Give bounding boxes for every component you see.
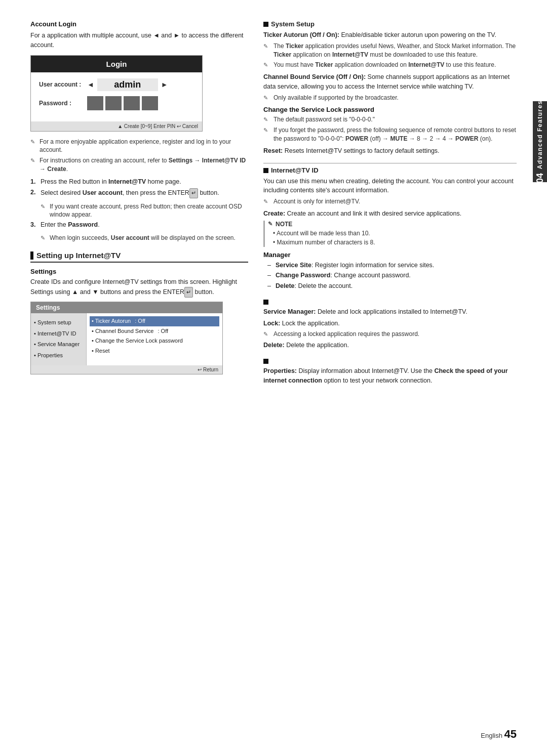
chapter-tab: Advanced Features 04 [533, 101, 547, 182]
step-3-subnote-icon: ✎ [41, 234, 49, 242]
system-setup-section: System Setup Ticker Autorun (Off / On): … [263, 20, 517, 156]
left-column: Account Login For a application with mul… [30, 20, 248, 392]
properties-title [263, 357, 517, 364]
lock-note: ✎ Accessing a locked application require… [263, 330, 517, 339]
pwd-block-3 [124, 96, 140, 110]
settings-box: Settings • System setup • Internet@TV ID… [30, 302, 223, 374]
ticker-autorun-label-text: Ticker Autorun (Off / On): [263, 31, 339, 38]
ticker-note-1-text: The Ticker application provides useful N… [274, 42, 517, 59]
ticker-note-1: ✎ The Ticker application provides useful… [263, 42, 517, 59]
system-setup-title: System Setup [263, 20, 517, 28]
forget-pwd-text: If you forget the password, press the fo… [274, 126, 517, 143]
ticker-note-1-icon: ✎ [263, 43, 272, 50]
password-row: Password : [39, 96, 194, 110]
password-dots [87, 96, 158, 110]
reset-row[interactable]: • Reset [92, 346, 217, 356]
setting-up-heading-bar: Setting up Internet@TV [30, 251, 248, 263]
step-2-subnote-text: If you want create account, press Red bu… [50, 202, 248, 220]
account-note-1-text: For a more enjoyable application experie… [40, 138, 248, 155]
internet-tv-id-section: Internet@TV ID You can use this menu whe… [263, 166, 517, 291]
settings-description: Create IDs and configure Internet@TV set… [30, 277, 248, 297]
delete-account-item: – Delete: Delete the account. [267, 281, 517, 291]
lock-note-text: Accessing a locked application requires … [274, 330, 419, 339]
channel-bound-label: • Channel Bound Service [92, 326, 153, 337]
step-3-subnote: ✎ When login succeeds, User account will… [41, 234, 248, 242]
change-service-lock-heading: Change the Service Lock password [263, 106, 517, 113]
delete-account-text: Delete: Delete the account. [276, 281, 353, 291]
ticker-autorun-text: Ticker Autorun (Off / On): Enable/disabl… [263, 30, 517, 40]
channel-bound-note-icon: ✎ [263, 94, 272, 102]
menu-item-system[interactable]: • System setup [34, 317, 83, 328]
setting-up-section: Setting up Internet@TV Settings Create I… [30, 251, 248, 374]
internet-tv-id-heading: Internet@TV ID [271, 166, 319, 174]
pwd-block-1 [87, 96, 103, 110]
reset-label-bold: Reset: [263, 147, 283, 154]
step-3-num: 3. [30, 221, 38, 230]
note-box-item-2: Maximum number of characters is 8. [268, 238, 517, 247]
note-box-icon: ✎ [268, 221, 272, 227]
menu-item-id[interactable]: • Internet@TV ID [34, 328, 83, 340]
note-icon-1: ✎ [30, 138, 38, 146]
account-only-note: ✎ Account is only for internet@TV. [263, 197, 517, 206]
login-title: Login [31, 56, 202, 72]
menu-item-service[interactable]: • Service Manager [34, 339, 83, 350]
properties-description: Properties: Display information about In… [263, 366, 517, 386]
next-user-arrow[interactable]: ► [161, 80, 168, 89]
channel-bound-row[interactable]: • Channel Bound Service : Off [92, 326, 217, 337]
user-account-label: User account : [39, 81, 87, 88]
create-label: Create: [263, 210, 285, 217]
account-note-2-text: For instructions on creating an account,… [40, 156, 248, 174]
delete-text: Delete: Delete the application. [263, 341, 517, 350]
account-only-icon: ✎ [263, 198, 272, 205]
user-account-row: User account : ◄ admin ► [39, 78, 194, 91]
step-3-text: Enter the Password. [41, 221, 100, 230]
manager-heading: Manager [263, 251, 517, 259]
note-box-title: ✎ NOTE [268, 221, 517, 228]
properties-section: Properties: Display information about In… [263, 357, 517, 386]
chapter-number: 04 [535, 173, 545, 183]
channel-bound-text: Channel Bound Service (Off / On): Some c… [263, 72, 517, 92]
menu-item-properties[interactable]: • Properties [34, 350, 83, 361]
delete-label: Delete: [263, 342, 285, 349]
forget-pwd-note: ✎ If you forget the password, press the … [263, 126, 517, 143]
page-footer: English 45 [481, 728, 517, 741]
internet-tv-id-bullet [263, 168, 268, 173]
footer-text: English [481, 732, 502, 739]
service-manager-bullet [263, 300, 268, 305]
password-label: Password : [39, 100, 87, 107]
step-3-subnote-text: When login succeeds, User account will b… [50, 234, 236, 242]
dash-3: – [267, 281, 275, 291]
note-box-label: NOTE [276, 221, 292, 228]
step-1-text: Press the Red button in Internet@TV home… [41, 178, 181, 187]
service-manager-section: Service Manager: Delete and lock applica… [263, 298, 517, 350]
dash-2: – [267, 271, 275, 280]
lock-text: Lock: Lock the application. [263, 319, 517, 328]
step-3-list: 3. Enter the Password. [30, 221, 248, 230]
service-lock-row[interactable]: • Change the Service Lock password [92, 336, 217, 346]
internet-tv-id-description: You can use this menu when creating, del… [263, 177, 517, 196]
service-lock-label: • Change the Service Lock password [92, 336, 183, 346]
account-note-1: ✎ For a more enjoyable application exper… [30, 138, 248, 155]
login-footer: ▲ Create [0~9] Enter PIN ↩ Cancel [31, 121, 202, 131]
prev-user-arrow[interactable]: ◄ [87, 80, 94, 89]
internet-tv-id-title: Internet@TV ID [263, 166, 517, 174]
create-text: Create: Create an account and link it wi… [263, 209, 517, 219]
reset-text: Reset: Resets Internet@TV settings to fa… [263, 146, 517, 156]
change-password-text: Change Password: Change account password… [276, 271, 411, 280]
reset-label: • Reset [92, 346, 110, 356]
page-number: 45 [504, 728, 517, 740]
login-body: User account : ◄ admin ► Password : [31, 72, 202, 121]
user-account-value-container: ◄ admin ► [87, 78, 168, 91]
ticker-autorun-value: : Off [135, 316, 145, 326]
bar-icon [30, 251, 33, 260]
lock-note-icon: ✎ [263, 330, 272, 338]
setting-up-heading: Setting up Internet@TV [36, 251, 121, 260]
steps-list: 1. Press the Red button in Internet@TV h… [30, 178, 248, 198]
account-login-section: Account Login For a application with mul… [30, 20, 248, 242]
page-container: Advanced Features 04 Account Login For a… [0, 0, 547, 756]
pwd-block-2 [105, 96, 122, 110]
pwd-block-4 [142, 96, 158, 110]
forget-pwd-icon: ✎ [263, 127, 272, 134]
ticker-autorun-row[interactable]: • Ticker Autorun : Off [90, 316, 219, 326]
system-setup-bullet [263, 22, 268, 27]
